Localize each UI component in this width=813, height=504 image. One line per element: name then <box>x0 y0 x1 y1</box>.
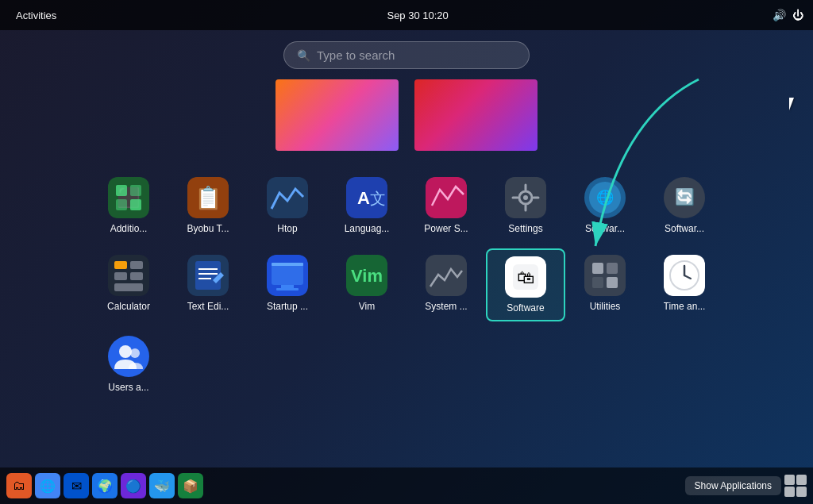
app-system[interactable]: System ... <box>406 248 486 321</box>
app-label-system: System ... <box>425 301 467 312</box>
apps-area: ⬛Additio...📋Byobu T...HtopA文Languag...Po… <box>89 171 724 399</box>
datetime-display: Sep 30 10:20 <box>387 10 448 21</box>
app-utilities[interactable]: Utilities <box>565 248 645 321</box>
svg-rect-31 <box>114 283 143 291</box>
svg-rect-27 <box>114 261 127 269</box>
tb-browser2[interactable]: 🌍 <box>92 473 118 498</box>
svg-rect-39 <box>272 263 303 285</box>
power-icon[interactable]: ⏻ <box>792 9 803 21</box>
app-language[interactable]: A文Languag... <box>327 171 406 240</box>
topbar: Activities Sep 30 10:20 🔊 ⏻ <box>0 0 813 30</box>
svg-rect-5 <box>116 199 127 210</box>
show-applications-button[interactable]: Show Applications <box>685 476 781 495</box>
app-icon-powers <box>426 177 467 218</box>
app-icon-users <box>108 336 149 377</box>
app-label-language: Languag... <box>345 223 390 234</box>
app-icon-softwar-blue: 🌐 <box>584 177 626 218</box>
taskbar-app-icons: 🗂🌐✉🌍🔵🐳📦 <box>6 473 203 498</box>
svg-rect-33 <box>195 261 221 290</box>
app-label-startup: Startup ... <box>267 301 308 312</box>
tb-app1[interactable]: 🔵 <box>121 473 146 498</box>
app-label-byobu: Byobu T... <box>187 223 229 234</box>
svg-rect-50 <box>592 263 603 274</box>
tb-files[interactable]: 🗂 <box>6 473 32 498</box>
svg-rect-51 <box>607 263 618 274</box>
app-icon-byobu: 📋 <box>187 177 229 218</box>
app-settings[interactable]: Settings <box>486 171 565 240</box>
app-vim[interactable]: VimVim <box>327 248 406 321</box>
app-label-settings: Settings <box>508 223 542 234</box>
app-icon-calculator <box>108 255 149 296</box>
app-softwar-update[interactable]: 🔄Softwar... <box>645 171 724 240</box>
app-software[interactable]: 🛍Software <box>486 248 565 321</box>
svg-rect-49 <box>584 255 626 296</box>
app-timean[interactable]: Time an... <box>645 248 724 321</box>
svg-rect-29 <box>114 272 127 280</box>
apps-grid-button[interactable] <box>784 475 807 497</box>
app-htop[interactable]: Htop <box>248 171 327 240</box>
search-input[interactable]: Type to search <box>317 48 516 62</box>
apps-row-3: Users a... <box>89 329 724 399</box>
app-icon-utilities <box>584 255 626 296</box>
app-icon-softwar-update: 🔄 <box>664 177 705 218</box>
search-icon: 🔍 <box>297 49 310 62</box>
topbar-system-icons: 🔊 ⏻ <box>773 9 803 21</box>
app-label-vim: Vim <box>359 301 375 312</box>
svg-rect-42 <box>276 288 299 290</box>
app-label-htop: Htop <box>277 223 297 234</box>
svg-text:A: A <box>357 188 370 208</box>
taskbar: 🗂🌐✉🌍🔵🐳📦 Show Applications <box>0 467 813 504</box>
app-startup[interactable]: Startup ... <box>248 248 327 321</box>
app-icon-timean <box>664 255 705 296</box>
app-softwar-blue[interactable]: 🌐Softwar... <box>565 171 645 240</box>
grid-dot <box>796 487 807 497</box>
app-label-software: Software <box>507 302 544 314</box>
app-icon-startup <box>267 255 308 296</box>
app-users[interactable]: Users a... <box>89 329 168 399</box>
app-icon-language: A文 <box>346 177 387 218</box>
app-icon-additio: ⬛ <box>108 177 149 218</box>
svg-point-59 <box>119 345 132 358</box>
app-label-powers: Power S... <box>424 223 468 234</box>
svg-rect-30 <box>130 272 143 280</box>
svg-rect-6 <box>130 199 141 210</box>
app-label-softwar-update: Softwar... <box>665 223 704 234</box>
svg-text:🔄: 🔄 <box>675 187 695 206</box>
svg-rect-53 <box>607 277 618 288</box>
svg-text:文: 文 <box>370 190 386 207</box>
svg-rect-4 <box>130 185 141 196</box>
app-powers[interactable]: Power S... <box>406 171 486 240</box>
tb-green[interactable]: 📦 <box>178 473 203 498</box>
svg-text:🌐: 🌐 <box>596 189 615 206</box>
grid-dot <box>796 475 807 485</box>
app-label-calculator: Calculator <box>107 301 150 312</box>
apps-row-2: CalculatorText Edi...Startup ...VimVimSy… <box>89 248 724 321</box>
svg-point-16 <box>523 195 528 200</box>
app-additio[interactable]: ⬛Additio... <box>89 171 168 240</box>
workspace-thumbnail-2[interactable] <box>414 79 538 151</box>
app-icon-settings <box>505 177 546 218</box>
svg-text:🛍: 🛍 <box>517 267 534 287</box>
app-label-textedit: Text Edi... <box>187 301 229 312</box>
app-calculator[interactable]: Calculator <box>89 248 168 321</box>
volume-icon[interactable]: 🔊 <box>773 9 786 21</box>
svg-point-60 <box>130 348 140 358</box>
grid-dot <box>784 487 795 497</box>
svg-rect-40 <box>272 263 303 266</box>
app-textedit[interactable]: Text Edi... <box>168 248 248 321</box>
search-container: 🔍 Type to search <box>283 41 530 69</box>
tb-mail[interactable]: ✉ <box>64 473 89 498</box>
tb-browser1[interactable]: 🌐 <box>35 473 60 498</box>
svg-text:📋: 📋 <box>195 185 222 211</box>
svg-rect-52 <box>592 277 603 288</box>
workspace-thumbnail-1[interactable] <box>275 79 399 151</box>
activities-button[interactable]: Activities <box>10 8 63 23</box>
svg-rect-41 <box>281 285 294 288</box>
search-bar[interactable]: 🔍 Type to search <box>283 41 530 69</box>
app-icon-htop <box>267 177 308 218</box>
tb-docker[interactable]: 🐳 <box>149 473 175 498</box>
svg-rect-28 <box>130 261 143 269</box>
app-icon-vim: Vim <box>346 255 387 296</box>
app-label-softwar-blue: Softwar... <box>585 223 625 234</box>
app-byobu[interactable]: 📋Byobu T... <box>168 171 248 240</box>
